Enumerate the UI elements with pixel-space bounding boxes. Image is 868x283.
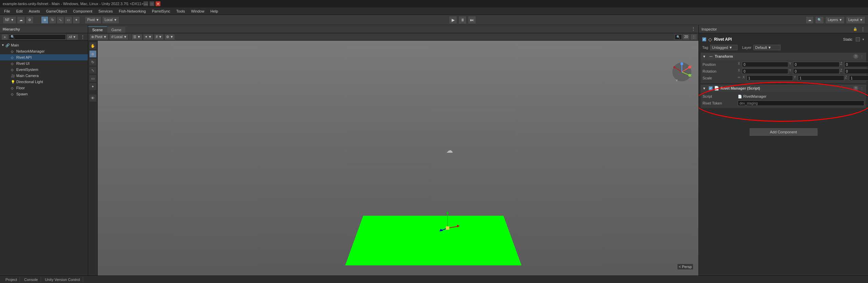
inspector-options-btn[interactable]: ⋮ [861, 26, 865, 32]
nf-arrow-icon: ▼ [11, 18, 14, 22]
hierarchy-item-directionallight[interactable]: 💡 Directional Light [0, 79, 88, 85]
scale-tool-button[interactable]: ⤡ [57, 16, 64, 24]
scene-options-btn[interactable]: ⋮ [688, 25, 698, 33]
tab-scene[interactable]: Scene [88, 26, 107, 33]
static-checkbox[interactable] [856, 37, 860, 41]
scale-z-input[interactable] [849, 75, 868, 81]
hierarchy-item-networkmanager[interactable]: ◇ NetworkManager [0, 48, 88, 54]
maximize-button[interactable]: □ [150, 1, 154, 6]
rivet-settings-btn[interactable]: ⋮ [860, 86, 864, 91]
menu-window[interactable]: Window [188, 8, 207, 14]
grid-btn[interactable]: # ▼ [154, 34, 163, 40]
position-y-input[interactable] [793, 62, 840, 67]
hierarchy-search[interactable]: 🔍 [9, 34, 65, 40]
layout-button[interactable]: Layout▼ [846, 16, 865, 24]
coord-mode-btn[interactable]: ↺ Local ▼ [109, 34, 129, 40]
cloud-button[interactable]: ☁ [17, 16, 25, 24]
rotation-x-input[interactable] [742, 69, 788, 74]
rotation-z-input[interactable] [844, 69, 868, 74]
add-component-button[interactable]: Add Component [750, 128, 817, 136]
close-button[interactable]: ✕ [156, 1, 160, 6]
bottom-bar: Project Console Unity Version Control [0, 276, 868, 283]
gizmo-size-field[interactable]: 20 [683, 34, 690, 40]
menu-gameobject[interactable]: GameObject [43, 8, 70, 14]
menu-parrelsync[interactable]: ParrelSync [149, 8, 173, 14]
tab-project[interactable]: Project [3, 277, 20, 282]
object-active-checkbox[interactable]: ✓ [702, 37, 706, 41]
minimize-button[interactable]: — [143, 1, 148, 6]
pivot-button[interactable]: Pivot▼ [85, 16, 101, 24]
search-button[interactable]: 🔍 [815, 16, 824, 24]
menu-services[interactable]: Services [96, 8, 115, 14]
rotate-tool-button[interactable]: ↻ [49, 16, 56, 24]
menu-help[interactable]: Help [208, 8, 221, 14]
hierarchy-item-maincamera[interactable]: 🎥 Main Camera [0, 73, 88, 79]
hierarchy-item-eventsystem[interactable]: ◇ EventSystem [0, 67, 88, 73]
layer-dropdown[interactable]: Default ▼ [753, 45, 781, 50]
render-mode-btn[interactable]: ☰ ▼ [132, 34, 142, 40]
tool-view[interactable]: 👁 [89, 94, 97, 102]
rect-tool-button[interactable]: ▭ [64, 16, 72, 24]
collab-button[interactable]: ☁ [806, 16, 814, 24]
all-tools-button[interactable]: ✦ [73, 16, 80, 24]
nf-button[interactable]: NF ▼ [3, 16, 16, 24]
position-x-input[interactable] [742, 62, 788, 67]
scene-search-field[interactable]: 🔍 [675, 34, 682, 40]
rivet-enabled-checkbox[interactable]: ✓ [709, 86, 713, 90]
tool-move[interactable]: ⊕ [89, 50, 97, 58]
tool-transform[interactable]: ✦ [89, 83, 97, 90]
menu-edit[interactable]: Edit [14, 8, 25, 14]
settings-cog-button[interactable]: ⚙ [26, 16, 34, 24]
rivet-manager-header[interactable]: ▼ ✓ 📄 Rivet Manager (Script) ? ⋮ [701, 84, 866, 92]
rivet-help-btn[interactable]: ? [853, 86, 858, 91]
tab-version-control[interactable]: Unity Version Control [42, 277, 83, 282]
rotation-y-input[interactable] [793, 69, 840, 74]
hierarchy-filter-btn[interactable]: All ▼ [66, 34, 78, 40]
menu-assets[interactable]: Assets [26, 8, 43, 14]
token-input[interactable] [738, 100, 864, 106]
hierarchy-item-rivetui[interactable]: ◇ Rivet UI [0, 60, 88, 67]
pause-button[interactable]: ⏸ [458, 16, 467, 24]
transform-header[interactable]: ▼ ↔ Transform ? ⋮ [701, 53, 866, 60]
scene-viewport[interactable]: Y X Z < Persp ☁ [98, 41, 698, 276]
tab-console[interactable]: Console [21, 277, 41, 282]
hierarchy-options-btn[interactable]: ⋮ [79, 34, 86, 40]
tag-dropdown[interactable]: Untagged ▼ [710, 45, 737, 50]
hierarchy-item-spawn[interactable]: ◇ Spawn [0, 91, 88, 97]
scale-row: Scale ∞ X Y Z [703, 75, 864, 81]
hierarchy-item-main[interactable]: ▼ 🔗 Main [0, 42, 88, 48]
hierarchy-item-rivetapi[interactable]: ◇ Rivet API [0, 54, 88, 60]
scale-link-icon: ∞ [738, 75, 742, 81]
more-gizmos-btn[interactable]: ⋮ [690, 34, 697, 40]
menu-fish-networking[interactable]: Fish-Networking [116, 8, 149, 14]
gizmos-btn[interactable]: ⚙ ▼ [164, 34, 175, 40]
hierarchy-item-floor[interactable]: ◇ Floor [0, 85, 88, 91]
left-tool-panel: ✋ ⊕ ↻ ⤡ ▭ ✦ 👁 [88, 41, 98, 276]
play-button[interactable]: ▶ [449, 16, 457, 24]
position-z-input[interactable] [844, 62, 868, 67]
menu-tools[interactable]: Tools [174, 8, 188, 14]
transform-help-btn[interactable]: ? [853, 54, 858, 59]
main-obj-icon: 🔗 [5, 43, 11, 47]
tab-game[interactable]: Game [107, 27, 126, 33]
nf-label: NF [5, 18, 9, 22]
scene-fx-btn[interactable]: ✦ ▼ [143, 34, 154, 40]
menu-component[interactable]: Component [70, 8, 95, 14]
title-bar-text: example-tanks-unity-fishnet - Main - Win… [3, 2, 143, 6]
scale-y-input[interactable] [798, 75, 844, 81]
move-tool-button[interactable]: ⊕ [41, 16, 48, 24]
local-button[interactable]: Local▼ [102, 16, 119, 24]
inspector-lock-btn[interactable]: 🔒 [853, 27, 857, 31]
scale-x-input[interactable] [747, 75, 793, 81]
transform-settings-btn[interactable]: ⋮ [860, 54, 864, 59]
tool-rect[interactable]: ▭ [89, 75, 97, 82]
tool-hand[interactable]: ✋ [89, 42, 97, 50]
tool-rotate[interactable]: ↻ [89, 58, 97, 66]
static-dropdown-icon[interactable]: ▼ [862, 38, 865, 41]
hierarchy-add-btn[interactable]: + [1, 34, 8, 40]
pivot-mode-btn[interactable]: ⊕ Pivot ▼ [90, 34, 108, 40]
step-button[interactable]: ⏭ [468, 16, 476, 24]
tool-scale[interactable]: ⤡ [89, 67, 97, 74]
layers-button[interactable]: Layers▼ [825, 16, 845, 24]
menu-file[interactable]: File [1, 8, 13, 14]
